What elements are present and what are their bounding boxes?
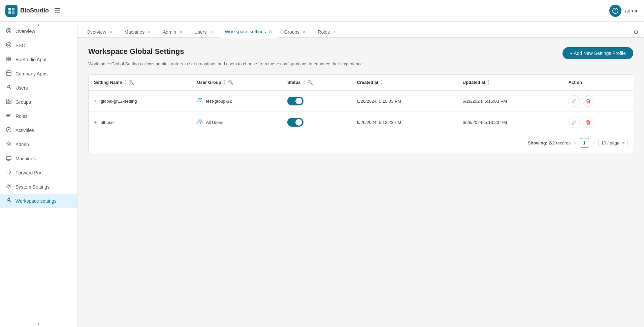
td-action-2 [563, 112, 633, 133]
th-user-group-label: User Group [197, 80, 221, 85]
svg-rect-13 [9, 102, 11, 104]
add-new-settings-profile-button[interactable]: + Add New Settings Profile [562, 47, 633, 59]
status-toggle-2[interactable] [287, 118, 346, 127]
expand-row-1-btn[interactable]: + [94, 98, 97, 104]
svg-point-25 [198, 120, 200, 122]
edit-row-2-button[interactable] [569, 117, 580, 128]
delete-row-1-button[interactable] [583, 95, 594, 107]
tab-label: Overview [87, 29, 106, 35]
sidebar-scroll-down[interactable]: ▼ [36, 321, 41, 326]
per-page-select[interactable]: 10 / page 20 / page 50 / page [598, 139, 627, 147]
svg-rect-16 [6, 117, 10, 117]
app-name: BioStudio [20, 7, 49, 14]
logo-icon [5, 5, 18, 17]
sort-created-at[interactable]: ▲ ▼ [380, 79, 383, 85]
tab-bar: Overview ✕ Machines ✕ Admin ✕ Users ✕ Wo… [77, 22, 644, 38]
company-apps-icon [5, 70, 12, 77]
tab-close-machines[interactable]: ✕ [147, 29, 152, 35]
app-header: BioStudio ☰ admin [0, 0, 644, 22]
filter-status-icon[interactable]: 🔍 [308, 80, 313, 85]
sidebar-item-workspace-settings[interactable]: Workspace settings [0, 194, 77, 208]
sort-updated-at[interactable]: ▲ ▼ [487, 79, 490, 85]
page-1-button[interactable]: 1 [580, 138, 589, 148]
sidebar-item-system-settings[interactable]: System Settings [0, 180, 77, 194]
svg-rect-14 [6, 114, 11, 115]
page-description: Workspace Global Settings allows adminis… [88, 61, 391, 66]
sidebar-item-label: System Settings [15, 184, 50, 190]
tab-close-workspace-settings[interactable]: ✕ [268, 29, 273, 34]
tab-admin[interactable]: Admin ✕ [158, 26, 189, 37]
td-updated-at-1: 6/26/2024, 5:15:03 PM [457, 90, 563, 112]
table-row: + global-gr12-setting test-group-12 [89, 90, 633, 112]
sidebar-item-label: BioStudio Apps [15, 57, 47, 62]
sidebar-item-forward-port[interactable]: Forward Port [0, 166, 77, 180]
system-settings-icon [5, 183, 12, 191]
tab-label: Roles [318, 29, 330, 35]
svg-rect-0 [8, 8, 11, 10]
sidebar-item-label: Admin [15, 142, 29, 147]
sort-status[interactable]: ▲ ▼ [303, 79, 305, 85]
td-action-1 [563, 90, 633, 112]
sidebar-item-groups[interactable]: Groups [0, 95, 77, 109]
next-page-btn[interactable]: > [592, 140, 595, 145]
sidebar-scroll-up[interactable]: ▲ [36, 22, 41, 28]
table-header-row: Setting Name ▲ ▼ 🔍 Us [89, 75, 633, 90]
hamburger-menu[interactable]: ☰ [54, 7, 60, 15]
main-layout: ▲ Overview SSO BioStudio Apps [0, 22, 644, 327]
delete-row-2-button[interactable] [583, 117, 594, 128]
filter-setting-name-icon[interactable]: 🔍 [129, 80, 134, 85]
prev-page-btn[interactable]: < [574, 140, 576, 145]
sidebar-item-admin[interactable]: Admin [0, 137, 77, 152]
tab-users[interactable]: Users ✕ [189, 26, 219, 37]
roles-icon [5, 112, 12, 120]
edit-row-1-button[interactable] [569, 95, 580, 107]
th-user-group: User Group ▲ ▼ 🔍 [192, 75, 282, 90]
sso-icon [5, 42, 12, 49]
tab-close-overview[interactable]: ✕ [108, 29, 114, 35]
toggle-switch-2[interactable] [287, 118, 303, 127]
tab-close-users[interactable]: ✕ [209, 29, 214, 35]
tab-groups[interactable]: Groups ✕ [279, 26, 312, 37]
avatar [609, 5, 621, 17]
sidebar-item-activities[interactable]: Activities [0, 123, 77, 137]
filter-user-group-icon[interactable]: 🔍 [228, 80, 233, 85]
svg-rect-20 [6, 157, 11, 160]
tab-close-groups[interactable]: ✕ [301, 29, 307, 35]
tab-bar-settings-icon[interactable]: ⚙ [632, 27, 640, 37]
svg-point-23 [198, 99, 200, 100]
tab-label: Admin [163, 29, 176, 35]
status-toggle-1[interactable] [287, 97, 346, 105]
tab-close-roles[interactable]: ✕ [332, 29, 337, 35]
header-right: admin [609, 5, 639, 17]
machines-icon [5, 155, 12, 162]
tab-roles[interactable]: Roles ✕ [313, 26, 342, 37]
svg-rect-10 [6, 99, 8, 101]
sidebar: ▲ Overview SSO BioStudio Apps [0, 22, 77, 327]
settings-table-container: Setting Name ▲ ▼ 🔍 Us [88, 74, 633, 153]
sidebar-item-label: Company Apps [15, 71, 47, 76]
tab-machines[interactable]: Machines ✕ [119, 26, 157, 37]
toggle-switch-1[interactable] [287, 97, 303, 105]
sort-setting-name[interactable]: ▲ ▼ [124, 79, 127, 85]
td-status-2 [282, 112, 352, 133]
tab-overview[interactable]: Overview ✕ [82, 26, 119, 37]
tab-close-admin[interactable]: ✕ [178, 29, 184, 35]
page-header: Workspace Global Settings + Add New Sett… [88, 47, 633, 59]
sidebar-item-company-apps[interactable]: Company Apps [0, 67, 77, 81]
svg-point-24 [200, 99, 202, 100]
sidebar-item-machines[interactable]: Machines [0, 152, 77, 166]
tab-label: Workspace settings [225, 29, 266, 34]
sidebar-item-users[interactable]: Users [0, 81, 77, 95]
sidebar-item-roles[interactable]: Roles [0, 109, 77, 123]
tab-label: Groups [284, 29, 299, 35]
tab-workspace-settings[interactable]: Workspace settings ✕ [220, 26, 279, 38]
sidebar-item-biostudio-apps[interactable]: BioStudio Apps [0, 53, 77, 67]
setting-name-value-1: global-gr12-setting [101, 99, 137, 104]
sidebar-item-sso[interactable]: SSO [0, 38, 77, 53]
expand-row-2-btn[interactable]: + [94, 120, 97, 125]
svg-point-19 [8, 143, 10, 145]
th-setting-name: Setting Name ▲ ▼ 🔍 [89, 75, 192, 90]
content-area: Overview ✕ Machines ✕ Admin ✕ Users ✕ Wo… [77, 22, 644, 327]
sort-user-group[interactable]: ▲ ▼ [223, 79, 226, 85]
sidebar-item-label: Activities [15, 128, 34, 133]
